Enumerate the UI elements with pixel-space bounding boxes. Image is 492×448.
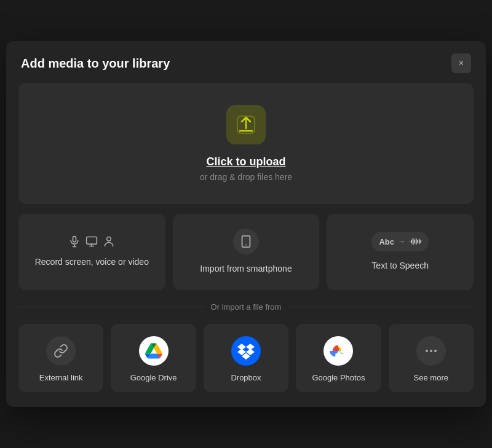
waveform-icon [409, 235, 421, 248]
smartphone-label: Import from smartphone [200, 263, 292, 275]
external-link-card[interactable]: External link [18, 324, 103, 392]
external-link-label: External link [39, 373, 83, 382]
svg-point-19 [430, 350, 432, 352]
upload-zone[interactable]: Click to upload or drag & drop files her… [18, 83, 474, 204]
divider-section: Or import a file from [18, 302, 474, 312]
google-drive-card[interactable]: Google Drive [111, 324, 196, 392]
svg-rect-1 [73, 237, 76, 242]
divider-left [18, 307, 204, 307]
modal-title: Add media to your library [21, 57, 170, 71]
google-drive-icon [145, 342, 162, 360]
modal-header: Add media to your library × [6, 41, 486, 83]
record-icons [68, 235, 115, 248]
see-more-label: See more [414, 373, 448, 382]
add-media-modal: Add media to your library × Click to upl… [6, 41, 486, 407]
close-button[interactable]: × [451, 53, 471, 73]
svg-rect-4 [87, 237, 97, 245]
modal-body: Click to upload or drag & drop files her… [6, 83, 486, 407]
external-link-icon-circle [46, 336, 76, 366]
google-photos-card[interactable]: Google Photos [296, 324, 381, 392]
upload-main-text: Click to upload [206, 155, 285, 168]
smartphone-option[interactable]: Import from smartphone [173, 214, 320, 290]
upload-icon [235, 114, 257, 136]
person-icon [103, 235, 115, 248]
smartphone-icon-wrap [233, 229, 259, 254]
monitor-icon [85, 235, 98, 248]
tts-option[interactable]: Abc → Text to Speech [327, 214, 474, 290]
record-label: Record screen, voice or video [35, 256, 149, 269]
google-photos-icon [330, 342, 347, 360]
more-dots-icon [424, 344, 438, 358]
divider-text: Or import a file from [211, 302, 282, 312]
options-grid: Record screen, voice or video Import fro… [18, 214, 474, 290]
upload-sub-text: or drag & drop files here [200, 172, 292, 182]
google-drive-icon-circle [139, 336, 169, 366]
dropbox-icon-circle [231, 336, 261, 366]
svg-point-7 [107, 237, 111, 242]
tts-icons: Abc → [371, 232, 429, 251]
dropbox-label: Dropbox [231, 373, 261, 382]
record-option[interactable]: Record screen, voice or video [18, 214, 165, 290]
smartphone-icon [239, 235, 253, 248]
divider-right [288, 307, 474, 307]
microphone-icon [68, 235, 81, 248]
tts-label: Text to Speech [371, 260, 429, 272]
google-drive-label: Google Drive [130, 373, 177, 382]
dropbox-icon [237, 342, 255, 360]
see-more-icon-circle [416, 336, 446, 366]
google-photos-icon-circle [323, 336, 353, 366]
svg-point-18 [426, 350, 428, 352]
google-photos-label: Google Photos [312, 373, 365, 382]
dropbox-card[interactable]: Dropbox [204, 324, 288, 392]
upload-icon-wrap [226, 105, 266, 144]
tts-arrow-icon: → [398, 237, 405, 246]
import-grid: External link Google Drive [18, 324, 474, 392]
tts-abc-text: Abc [379, 237, 394, 246]
svg-point-20 [434, 350, 437, 352]
link-icon [54, 344, 68, 358]
see-more-card[interactable]: See more [389, 324, 474, 392]
